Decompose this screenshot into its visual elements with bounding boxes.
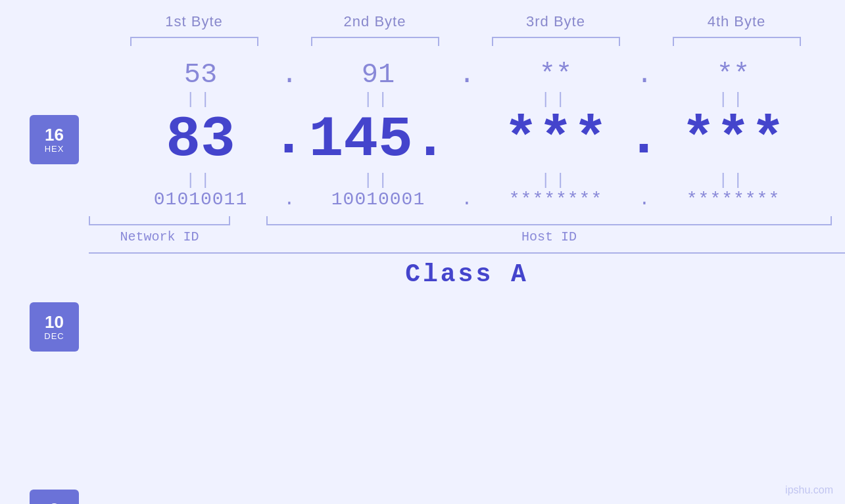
bin-dot2: . (449, 189, 485, 210)
hex-dot3: . (627, 59, 663, 91)
hex-row: 53 . 91 . ** . ** (89, 59, 845, 91)
bin-b4: ******** (663, 189, 804, 210)
hex-b1: 53 (130, 59, 272, 91)
bin-b3: ******** (485, 189, 627, 210)
dec-b4: *** (663, 111, 804, 169)
bracket-byte1 (130, 37, 258, 46)
dec-b3: *** (485, 111, 627, 169)
main-container: 1st Byte 2nd Byte 3rd Byte 4th Byte 16 H… (0, 0, 845, 504)
hex-b4: ** (663, 59, 804, 91)
hex-b3: ** (485, 59, 627, 91)
bin-dot3: . (627, 189, 663, 210)
equals-row-2: || || || || (89, 172, 845, 189)
byte2-header: 2nd Byte (302, 13, 447, 30)
dec-b2: 145. (308, 111, 449, 169)
hex-dot2: . (449, 59, 485, 91)
badges-column: 16 HEX 10 DEC 2 BIN (30, 59, 79, 504)
bracket-gap1 (230, 216, 266, 225)
bin-b2: 10010001 (308, 189, 449, 210)
bin-badge: 2 BIN (30, 490, 79, 504)
dec-b1: 83 (130, 111, 272, 169)
hex-dot1: . (272, 59, 308, 91)
bracket-byte2 (311, 37, 439, 46)
hex-badge: 16 HEX (30, 115, 79, 164)
byte3-header: 3rd Byte (483, 13, 628, 30)
bracket-byte3 (492, 37, 620, 46)
network-id-label: Network ID (89, 229, 230, 244)
class-bracket (89, 252, 845, 254)
top-brackets (104, 37, 827, 46)
dec-badge: 10 DEC (30, 302, 79, 352)
byte4-header: 4th Byte (664, 13, 809, 30)
dec-badge-num: 10 (45, 313, 64, 332)
hex-badge-num: 16 (45, 126, 64, 145)
bracket-byte4 (673, 37, 801, 46)
network-bracket (89, 216, 230, 225)
hex-b2: 91 (308, 59, 449, 91)
dec-dot3: . (627, 108, 663, 172)
byte-headers: 1st Byte 2nd Byte 3rd Byte 4th Byte (104, 13, 827, 30)
watermark: ipshu.com (785, 484, 833, 496)
host-bracket (266, 216, 832, 225)
bin-row: 01010011 . 10010001 . ******** . (89, 189, 845, 210)
class-label: Class A (405, 260, 529, 288)
equals-row-1: || || || || (89, 91, 845, 108)
host-id-label: Host ID (266, 229, 832, 244)
bin-dot1: . (272, 189, 308, 210)
dec-dot1: . (272, 108, 308, 172)
bin-badge-num: 2 (49, 500, 59, 504)
dec-badge-label: DEC (44, 331, 64, 341)
hex-badge-label: HEX (45, 144, 64, 154)
byte1-header: 1st Byte (122, 13, 266, 30)
bin-b1: 01010011 (130, 189, 272, 210)
ip-display: 53 . 91 . ** . ** (89, 59, 845, 288)
class-label-row: Class A (89, 260, 845, 288)
dec-row: 83 . 145. *** . *** (89, 108, 845, 172)
